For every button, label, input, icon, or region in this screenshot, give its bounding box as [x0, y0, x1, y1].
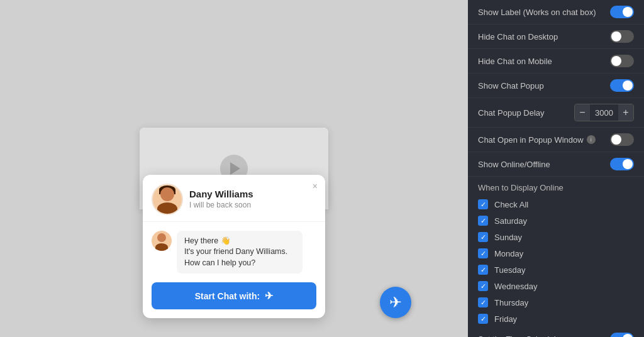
- msg-avatar: [152, 231, 172, 251]
- main-container: Dany Williams I will be back soon × Hey …: [0, 0, 644, 337]
- set-schedule-toggle[interactable]: [610, 333, 634, 337]
- day-monday-checkbox[interactable]: ✓: [478, 248, 488, 258]
- chat-message: Hey there 👋It's your friend Dany William…: [152, 231, 316, 274]
- day-friday-label: Friday: [494, 314, 517, 324]
- check-icon: ✓: [480, 250, 486, 257]
- day-wednesday-row[interactable]: ✓ Wednesday: [468, 278, 644, 294]
- chat-open-popup-text: Chat Open in Popup Window i: [478, 135, 596, 145]
- check-icon: ✓: [480, 316, 486, 323]
- check-icon: ✓: [480, 283, 486, 290]
- avatar-head: [160, 187, 174, 201]
- check-all-row[interactable]: ✓ Check All: [468, 196, 644, 213]
- hide-mobile-text: Hide Chat on Mobile: [478, 57, 552, 66]
- day-saturday-checkbox[interactable]: ✓: [478, 216, 488, 226]
- day-monday-row[interactable]: ✓ Monday: [468, 245, 644, 262]
- day-tuesday-row[interactable]: ✓ Tuesday: [468, 262, 644, 278]
- day-saturday-row[interactable]: ✓ Saturday: [468, 213, 644, 229]
- check-icon: ✓: [480, 218, 486, 224]
- set-schedule-row: Set the Time Schedule: [468, 327, 644, 337]
- popup-delay-row: Chat Popup Delay − 3000 +: [468, 98, 644, 128]
- hide-desktop-row: Hide Chat on Desktop: [468, 25, 644, 49]
- day-saturday-label: Saturday: [494, 216, 527, 226]
- check-icon: ✓: [480, 299, 486, 306]
- avatar-person: [153, 184, 182, 215]
- msg-avatar-body: [155, 243, 168, 251]
- check-all-checkbox[interactable]: ✓: [478, 199, 488, 209]
- settings-panel: Show Label (Works on chat box) Hide Chat…: [468, 0, 644, 337]
- popup-delay-minus[interactable]: −: [575, 104, 590, 121]
- avatar: [152, 184, 183, 215]
- day-thursday-row[interactable]: ✓ Thursday: [468, 294, 644, 311]
- day-wednesday-checkbox[interactable]: ✓: [478, 281, 488, 291]
- play-triangle-icon: [230, 162, 240, 175]
- show-popup-text: Show Chat Popup: [478, 81, 544, 91]
- hide-desktop-toggle[interactable]: [610, 30, 634, 43]
- agent-name: Dany Williams: [189, 189, 316, 199]
- popup-delay-value: 3000: [590, 104, 618, 121]
- day-tuesday-label: Tuesday: [494, 265, 525, 275]
- show-label-toggle[interactable]: [610, 6, 634, 18]
- day-friday-checkbox[interactable]: ✓: [478, 314, 488, 324]
- message-bubble: Hey there 👋It's your friend Dany William…: [177, 231, 303, 274]
- when-to-display-heading: When to Display Online: [468, 177, 644, 196]
- show-label-text: Show Label (Works on chat box): [478, 8, 596, 17]
- msg-avatar-head: [157, 233, 166, 242]
- hide-mobile-row: Hide Chat on Mobile: [468, 49, 644, 74]
- set-schedule-text: Set the Time Schedule: [478, 334, 560, 338]
- show-online-toggle[interactable]: [610, 158, 634, 170]
- check-all-label: Check All: [494, 200, 528, 209]
- hide-desktop-text: Hide Chat on Desktop: [478, 32, 558, 41]
- info-icon: i: [587, 135, 596, 144]
- chat-messages: Hey there 👋It's your friend Dany William…: [143, 222, 325, 283]
- show-online-text: Show Online/Offline: [478, 160, 550, 169]
- avatar-body: [157, 202, 177, 215]
- telegram-icon: ✈: [389, 294, 402, 311]
- day-friday-row[interactable]: ✓ Friday: [468, 311, 644, 327]
- day-tuesday-checkbox[interactable]: ✓: [478, 265, 488, 275]
- day-thursday-checkbox[interactable]: ✓: [478, 297, 488, 307]
- chat-open-popup-row: Chat Open in Popup Window i: [468, 128, 644, 152]
- check-icon: ✓: [480, 267, 486, 273]
- popup-delay-text: Chat Popup Delay: [478, 108, 545, 118]
- day-sunday-label: Sunday: [494, 233, 522, 242]
- hide-mobile-toggle[interactable]: [610, 55, 634, 67]
- day-thursday-label: Thursday: [494, 298, 528, 307]
- check-icon: ✓: [480, 201, 486, 208]
- show-popup-row: Show Chat Popup: [468, 74, 644, 98]
- day-monday-label: Monday: [494, 249, 523, 258]
- chat-header: Dany Williams I will be back soon ×: [143, 175, 325, 222]
- popup-delay-input: − 3000 +: [574, 104, 634, 121]
- show-label-row: Show Label (Works on chat box): [468, 0, 644, 25]
- send-icon: ✈: [265, 290, 273, 302]
- telegram-fab[interactable]: ✈: [380, 287, 411, 318]
- show-online-row: Show Online/Offline: [468, 152, 644, 177]
- start-chat-button[interactable]: Start Chat with: ✈: [152, 282, 316, 309]
- show-popup-toggle[interactable]: [610, 79, 634, 92]
- start-chat-label: Start Chat with:: [195, 291, 260, 301]
- day-sunday-checkbox[interactable]: ✓: [478, 232, 488, 242]
- close-icon[interactable]: ×: [313, 181, 318, 191]
- popup-delay-plus[interactable]: +: [618, 104, 633, 121]
- chat-widget: Dany Williams I will be back soon × Hey …: [143, 175, 325, 319]
- day-wednesday-label: Wednesday: [494, 282, 537, 291]
- chat-open-popup-toggle[interactable]: [610, 133, 634, 146]
- check-icon: ✓: [480, 234, 486, 241]
- preview-area: Dany Williams I will be back soon × Hey …: [0, 0, 468, 337]
- chat-header-info: Dany Williams I will be back soon: [189, 189, 316, 209]
- day-sunday-row[interactable]: ✓ Sunday: [468, 229, 644, 245]
- agent-status: I will be back soon: [189, 201, 316, 209]
